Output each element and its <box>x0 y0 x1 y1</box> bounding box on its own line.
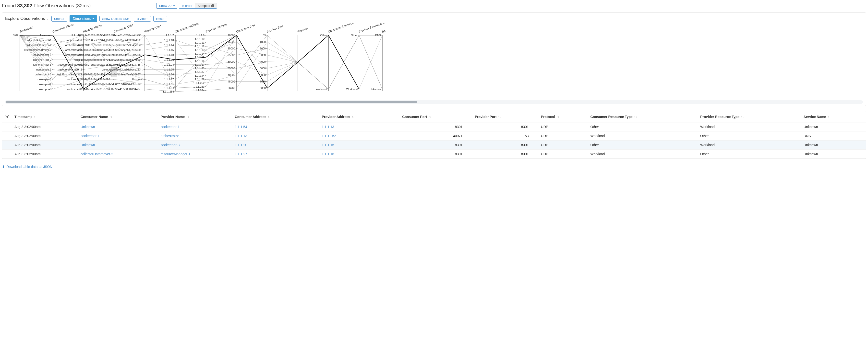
explore-header: Explore Observations ⌄ Shorter Dimension… <box>5 15 863 22</box>
svg-text:1.1.1.252: 1.1.1.252 <box>193 82 205 85</box>
svg-text:1.1.1.10: 1.1.1.10 <box>195 37 205 40</box>
svg-text:1ff31cb481a7632efa4145f…: 1ff31cb481a7632efa4145f… <box>109 34 143 37</box>
svg-text:1.1.1.15: 1.1.1.15 <box>195 56 205 59</box>
svg-text:Consumer Name: Consumer Name <box>52 23 74 34</box>
svg-text:Unknown: Unknown <box>370 88 381 91</box>
parallel-coordinates-chart[interactable]: Timestamp3:02Consumer NameUnknowncollect… <box>5 23 863 99</box>
svg-text:1.1.1.25: 1.1.1.25 <box>164 68 174 71</box>
svg-text:54b88969a36fc40129c35a…: 54b88969a36fc40129c35a… <box>109 53 143 56</box>
svg-text:namenode-1: namenode-1 <box>36 68 52 71</box>
table-row[interactable]: Aug 3 3:02:00amcollectorDatamover-2resou… <box>2 150 866 159</box>
svg-text:25000: 25000 <box>227 54 235 57</box>
shorter-button[interactable]: Shorter <box>52 16 67 22</box>
column-header[interactable]: Consumer Address ↑↓ <box>232 111 319 122</box>
svg-text:collectorDatamover-1: collectorDatamover-1 <box>26 39 52 42</box>
explore-title[interactable]: Explore Observations ⌄ <box>5 16 49 21</box>
download-json-link[interactable]: ⬇ Download table data as JSON <box>2 165 53 169</box>
svg-text:1.1.1.24: 1.1.1.24 <box>164 63 174 66</box>
svg-text:1.1.1.254: 1.1.1.254 <box>193 89 205 92</box>
svg-text:Unknown: Unknown <box>132 78 143 81</box>
svg-text:2000: 2000 <box>260 47 266 50</box>
svg-text:2ec755b2c0be27994def8a…: 2ec755b2c0be27994def8a… <box>109 43 143 46</box>
svg-text:Unknown: Unknown <box>40 34 52 37</box>
reset-button[interactable]: Reset <box>153 16 167 22</box>
sampled-option[interactable]: Sampled i <box>195 3 217 8</box>
svg-text:1.1.1.37: 1.1.1.37 <box>195 70 205 73</box>
svg-text:1000: 1000 <box>260 40 266 43</box>
order-sample-toggle: In order Sampled i <box>179 3 217 8</box>
svg-text:1.1.1.7: 1.1.1.7 <box>165 34 174 37</box>
svg-text:53: 53 <box>263 34 266 37</box>
svg-text:Workload: Workload <box>346 88 358 91</box>
svg-text:launcherHost-2: launcherHost-2 <box>33 58 52 61</box>
svg-text:1.1.1.13: 1.1.1.13 <box>195 49 205 52</box>
svg-text:Other: Other <box>320 34 327 37</box>
svg-text:orchestrator-3: orchestrator-3 <box>35 73 52 76</box>
column-header[interactable]: Provider Port ↑↓ <box>472 111 538 122</box>
svg-text:7000: 7000 <box>260 80 266 83</box>
svg-text:zookeeper-1: zookeeper-1 <box>36 78 52 81</box>
column-header[interactable]: Consumer Port ↑↓ <box>400 111 472 122</box>
table-row[interactable]: Aug 3 3:02:00amUnknownzookeeper-31.1.1.2… <box>2 140 866 150</box>
svg-text:1.1.1.44: 1.1.1.44 <box>195 74 205 77</box>
table-row[interactable]: Aug 3 3:02:00amUnknownzookeeper-11.1.1.5… <box>2 122 866 131</box>
svg-text:Provider Address: Provider Address <box>205 23 227 34</box>
column-header[interactable]: Consumer Resource Type ↑↓ <box>588 111 698 122</box>
svg-text:1.1.1.54: 1.1.1.54 <box>164 87 174 89</box>
column-header[interactable]: Timestamp ↑ <box>12 111 78 122</box>
svg-text:hbaseMaster-1: hbaseMaster-1 <box>34 53 52 56</box>
dimensions-dropdown[interactable]: Dimensions <box>69 15 97 22</box>
zoom-button[interactable]: ⊕ Zoom <box>134 16 151 22</box>
svg-text:Se: Se <box>381 29 386 34</box>
download-icon: ⬇ <box>2 165 5 169</box>
column-header[interactable]: Service Name ↑ <box>801 111 866 122</box>
svg-text:Consumer Port: Consumer Port <box>236 24 255 34</box>
column-header[interactable]: Provider Name ↑↓ <box>158 111 232 122</box>
inorder-option[interactable]: In order <box>179 3 195 8</box>
column-header[interactable]: Consumer Name ↑↓ <box>78 111 158 122</box>
svg-text:zookeeper-2: zookeeper-2 <box>36 83 52 86</box>
svg-text:1.1.1.253: 1.1.1.253 <box>163 90 174 93</box>
column-header[interactable]: Provider Resource Type ↑↓ <box>698 111 801 122</box>
filter-icon <box>5 115 9 119</box>
svg-text:f8157d1c54eef8739b8706…: f8157d1c54eef8739b8706… <box>79 88 113 91</box>
horizontal-scrollbar[interactable] <box>5 100 863 104</box>
filter-column-header[interactable] <box>2 111 12 122</box>
svg-text:1.1.1.15: 1.1.1.15 <box>164 49 174 52</box>
svg-text:zookeeper-3: zookeeper-3 <box>36 88 52 91</box>
svg-text:1862df463815d36f58dfd12…: 1862df463815d36f58dfd12… <box>78 34 113 37</box>
scrollbar-thumb[interactable] <box>6 101 417 103</box>
svg-text:druidHistoricalBroker-2: druidHistoricalBroker-2 <box>24 49 52 52</box>
svg-text:1.1.1.11: 1.1.1.11 <box>195 41 205 44</box>
column-header[interactable]: Provider Address ↑↓ <box>319 111 400 122</box>
svg-text:1.1.1.27: 1.1.1.27 <box>164 78 174 81</box>
show-count-dropdown[interactable]: Show 20 <box>156 3 177 8</box>
svg-text:1.1.1.33: 1.1.1.33 <box>195 67 205 70</box>
svg-text:Timestamp: Timestamp <box>19 25 34 33</box>
svg-text:35000: 35000 <box>227 67 235 70</box>
svg-text:1.1.1.14: 1.1.1.14 <box>195 52 205 55</box>
svg-text:Provider Name: Provider Name <box>83 24 102 34</box>
column-header[interactable]: Protocol ↑↓ <box>538 111 588 122</box>
results-count: Found 83,302 Flow Observations (32ms) <box>2 3 91 8</box>
svg-text:1.1.1.16: 1.1.1.16 <box>195 60 205 62</box>
svg-text:1.1.1.253: 1.1.1.253 <box>193 85 205 88</box>
svg-text:Consumer Resource Type: Consumer Resource Type <box>328 23 361 34</box>
magnifier-icon: ⊕ <box>136 17 139 21</box>
svg-text:1.1.1.17: 1.1.1.17 <box>195 63 205 66</box>
svg-text:5ae92963d918ad6a77b20…: 5ae92963d918ad6a77b20… <box>109 58 143 61</box>
svg-text:1.1.1.9: 1.1.1.9 <box>196 34 205 37</box>
svg-text:54b88969a36fc40129c35a…: 54b88969a36fc40129c35a… <box>78 49 113 52</box>
show-outliers-button[interactable]: Show Outliers (trial) <box>99 16 131 22</box>
svg-text:10000: 10000 <box>227 34 235 37</box>
top-controls: Show 20 In order Sampled i <box>156 3 217 8</box>
svg-text:491f5f28792fc7617b4d309…: 491f5f28792fc7617b4d309… <box>108 49 143 52</box>
svg-text:DNS: DNS <box>375 34 381 37</box>
svg-text:8c1793a0b71e8c561a758…: 8c1793a0b71e8c561a758… <box>110 63 143 66</box>
svg-text:collectorDatamover-2: collectorDatamover-2 <box>26 43 52 46</box>
svg-text:Workload: Workload <box>316 88 327 91</box>
svg-text:60f3f99bd934a69a7a8f030…: 60f3f99bd934a69a7a8f030… <box>78 53 113 56</box>
table-row[interactable]: Aug 3 3:02:00amzookeeper-1orchestrator-1… <box>2 131 866 140</box>
svg-text:6000: 6000 <box>260 73 266 76</box>
svg-text:b3dd867d516254df3dbcfe…: b3dd867d516254df3dbcfe… <box>109 83 143 86</box>
